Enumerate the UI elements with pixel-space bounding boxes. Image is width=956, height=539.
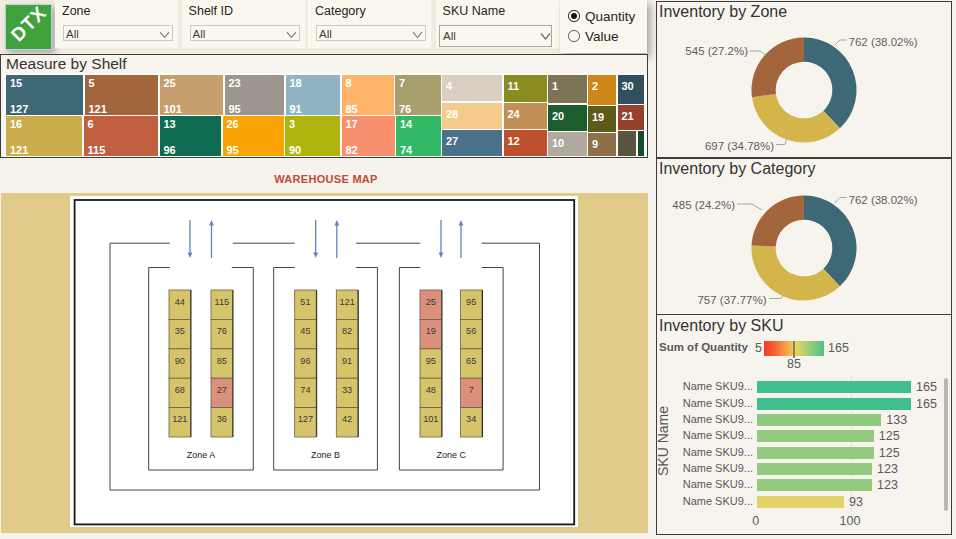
svg-text:95: 95 [426,356,436,366]
svg-text:7: 7 [469,385,474,395]
svg-text:33: 33 [342,385,352,395]
svg-text:56: 56 [466,326,476,336]
svg-text:36: 36 [217,414,227,424]
svg-text:48: 48 [426,385,436,395]
svg-text:Zone B: Zone B [311,450,340,460]
svg-text:85: 85 [217,356,227,366]
svg-text:25: 25 [426,297,436,307]
svg-text:51: 51 [300,297,310,307]
svg-text:Zone C: Zone C [436,450,466,460]
svg-text:44: 44 [175,297,185,307]
svg-text:35: 35 [175,326,185,336]
svg-text:485 (24.2%): 485 (24.2%) [672,199,735,211]
svg-text:95: 95 [466,297,476,307]
svg-text:76: 76 [217,326,227,336]
svg-text:127: 127 [298,414,313,424]
svg-text:545 (27.2%): 545 (27.2%) [685,45,748,57]
svg-text:82: 82 [342,326,352,336]
svg-text:Zone A: Zone A [187,450,216,460]
svg-text:74: 74 [300,385,310,395]
svg-text:27: 27 [217,385,227,395]
svg-text:115: 115 [214,297,229,307]
svg-text:121: 121 [172,414,187,424]
svg-text:65: 65 [466,356,476,366]
svg-text:96: 96 [300,356,310,366]
svg-text:34: 34 [466,414,476,424]
svg-text:697 (34.78%): 697 (34.78%) [705,140,774,152]
svg-text:757 (37.77%): 757 (37.77%) [697,294,766,306]
svg-text:19: 19 [426,326,436,336]
svg-text:762 (38.02%): 762 (38.02%) [849,36,918,48]
svg-text:101: 101 [423,414,438,424]
svg-text:762 (38.02%): 762 (38.02%) [849,194,918,206]
svg-text:45: 45 [300,326,310,336]
svg-text:121: 121 [339,297,354,307]
svg-text:91: 91 [342,356,352,366]
svg-text:68: 68 [175,385,185,395]
svg-text:42: 42 [342,414,352,424]
svg-text:90: 90 [175,356,185,366]
